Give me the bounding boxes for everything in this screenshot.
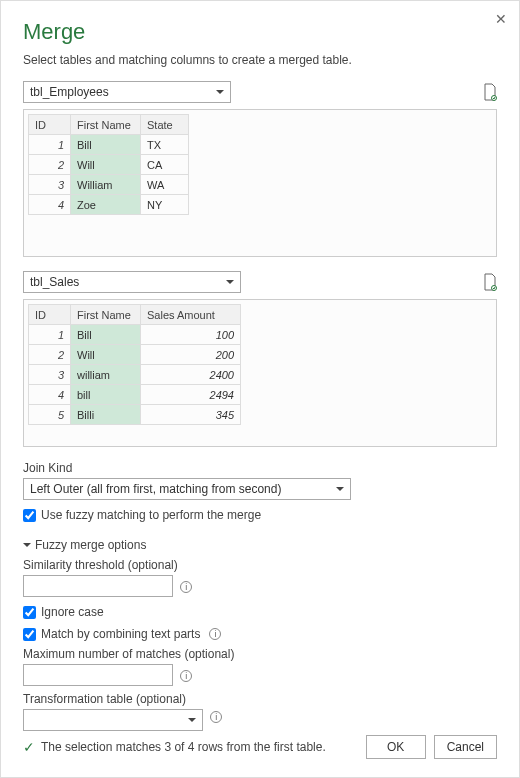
table-row: 1Bill100 xyxy=(29,325,241,345)
ok-button[interactable]: OK xyxy=(366,735,426,759)
dialog-title: Merge xyxy=(23,19,497,45)
ignore-case-checkbox-row[interactable]: Ignore case xyxy=(23,605,497,619)
dialog-subtitle: Select tables and matching columns to cr… xyxy=(23,53,497,67)
transformation-table-label: Transformation table (optional) xyxy=(23,692,497,706)
table2-select-value: tbl_Sales xyxy=(30,275,79,289)
table2-col-amount[interactable]: Sales Amount xyxy=(141,305,241,325)
similarity-threshold-label: Similarity threshold (optional) xyxy=(23,558,497,572)
max-matches-input[interactable] xyxy=(23,664,173,686)
table2-select[interactable]: tbl_Sales xyxy=(23,271,241,293)
info-icon[interactable]: i xyxy=(209,628,221,640)
table1-select[interactable]: tbl_Employees xyxy=(23,81,231,103)
transformation-table-select[interactable] xyxy=(23,709,203,731)
use-fuzzy-label: Use fuzzy matching to perform the merge xyxy=(41,508,261,522)
use-fuzzy-checkbox[interactable] xyxy=(23,509,36,522)
table2-preview: ID First Name Sales Amount 1Bill100 2Wil… xyxy=(23,299,497,447)
table1-col-id[interactable]: ID xyxy=(29,115,71,135)
combine-text-checkbox[interactable] xyxy=(23,628,36,641)
combine-text-checkbox-row[interactable]: Match by combining text parts i xyxy=(23,627,497,641)
refresh-preview-icon[interactable] xyxy=(483,83,497,101)
join-kind-label: Join Kind xyxy=(23,461,497,475)
table-row: 2WillCA xyxy=(29,155,189,175)
join-kind-value: Left Outer (all from first, matching fro… xyxy=(30,482,281,496)
match-status-text: The selection matches 3 of 4 rows from t… xyxy=(41,740,326,754)
combine-text-label: Match by combining text parts xyxy=(41,627,200,641)
similarity-threshold-input[interactable] xyxy=(23,575,173,597)
info-icon[interactable]: i xyxy=(180,670,192,682)
join-kind-select[interactable]: Left Outer (all from first, matching fro… xyxy=(23,478,351,500)
table-row: 2Will200 xyxy=(29,345,241,365)
info-icon[interactable]: i xyxy=(210,711,222,723)
ignore-case-checkbox[interactable] xyxy=(23,606,36,619)
close-icon[interactable]: ✕ xyxy=(495,11,507,27)
fuzzy-options-header[interactable]: Fuzzy merge options xyxy=(23,538,497,552)
check-icon: ✓ xyxy=(23,739,35,755)
table-row: 4ZoeNY xyxy=(29,195,189,215)
table1-select-value: tbl_Employees xyxy=(30,85,109,99)
table-row: 3william2400 xyxy=(29,365,241,385)
table2-col-id[interactable]: ID xyxy=(29,305,71,325)
table2-col-firstname[interactable]: First Name xyxy=(71,305,141,325)
table-row: 3WilliamWA xyxy=(29,175,189,195)
table-row: 5Billi345 xyxy=(29,405,241,425)
expand-triangle-icon xyxy=(23,543,31,551)
ignore-case-label: Ignore case xyxy=(41,605,104,619)
refresh-preview-icon[interactable] xyxy=(483,273,497,291)
max-matches-label: Maximum number of matches (optional) xyxy=(23,647,497,661)
use-fuzzy-checkbox-row[interactable]: Use fuzzy matching to perform the merge xyxy=(23,508,497,522)
table1-preview: ID First Name State 1BillTX 2WillCA 3Wil… xyxy=(23,109,497,257)
table-row: 1BillTX xyxy=(29,135,189,155)
table1-col-firstname[interactable]: First Name xyxy=(71,115,141,135)
table1-col-state[interactable]: State xyxy=(141,115,189,135)
cancel-button[interactable]: Cancel xyxy=(434,735,497,759)
table-row: 4bill2494 xyxy=(29,385,241,405)
info-icon[interactable]: i xyxy=(180,581,192,593)
